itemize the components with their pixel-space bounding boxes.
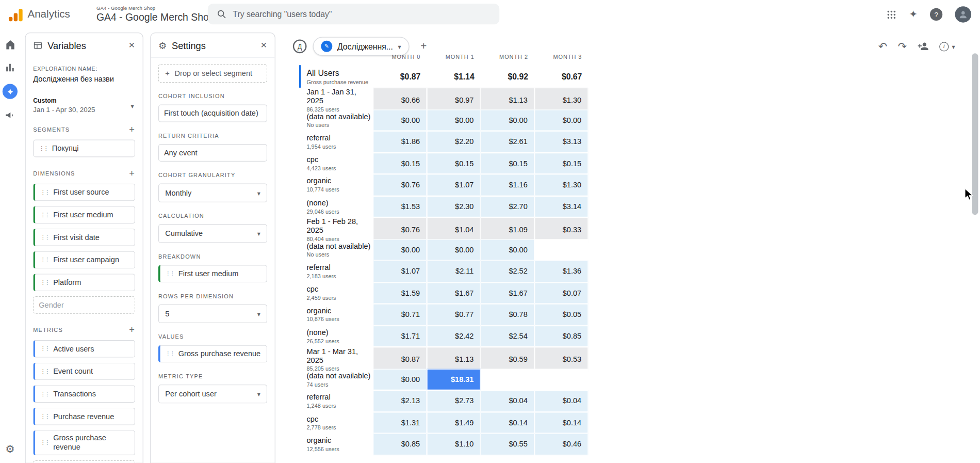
value-cell[interactable]: $0.85 bbox=[534, 325, 588, 347]
value-cell[interactable]: $3.14 bbox=[534, 196, 588, 217]
value-cell[interactable]: $1.49 bbox=[427, 412, 480, 434]
add-metric-button[interactable]: + bbox=[129, 324, 135, 335]
variable-chip[interactable]: ⋮⋮ Platform bbox=[33, 274, 135, 291]
metric-placeholder-chip[interactable] bbox=[33, 460, 135, 463]
info-button[interactable]: i ▾ bbox=[939, 42, 955, 51]
value-cell[interactable]: $0.00 bbox=[481, 109, 534, 131]
value-cell[interactable]: $2.11 bbox=[427, 261, 480, 282]
redo-icon[interactable]: ↷ bbox=[898, 40, 907, 53]
value-cell[interactable]: $1.10 bbox=[427, 434, 480, 455]
value-cell[interactable]: $0.04 bbox=[534, 390, 588, 412]
value-cell[interactable]: $0.76 bbox=[373, 174, 427, 196]
value-cell[interactable]: $1.86 bbox=[373, 131, 427, 153]
value-cell[interactable]: $1.59 bbox=[373, 282, 427, 304]
variable-chip[interactable]: ⋮⋮ Active users bbox=[33, 340, 135, 358]
value-cell[interactable]: $18.31 bbox=[427, 369, 480, 390]
table-row[interactable]: organic 10,774 users $0.76 $1.07 $1.16 $… bbox=[299, 174, 589, 196]
variable-chip[interactable]: ⋮⋮ First user source bbox=[33, 183, 135, 201]
nav-reports-icon[interactable] bbox=[3, 61, 17, 75]
value-cell[interactable]: $0.15 bbox=[534, 152, 588, 174]
table-row[interactable]: referral 1,248 users $2.13 $2.73 $0.04 $… bbox=[299, 390, 589, 412]
variable-chip[interactable]: ⋮⋮ Event count bbox=[33, 363, 135, 380]
table-row[interactable]: Jan 1 - Jan 31, 2025 86,325 users $0.66 … bbox=[299, 88, 589, 109]
value-cell[interactable]: $1.71 bbox=[373, 325, 427, 347]
user-avatar[interactable] bbox=[955, 6, 971, 23]
value-cell[interactable]: $0.00 bbox=[427, 239, 480, 261]
value-cell[interactable]: $0.00 bbox=[373, 239, 427, 261]
value-cell[interactable]: $0.05 bbox=[534, 304, 588, 325]
value-cell[interactable]: $1.53 bbox=[373, 196, 427, 217]
value-cell[interactable]: $2.70 bbox=[481, 196, 534, 217]
calculation-select[interactable]: Cumulative ▾ bbox=[158, 224, 267, 243]
table-row[interactable]: Feb 1 - Feb 28, 2025 80,404 users $0.76 … bbox=[299, 217, 589, 239]
value-cell[interactable]: $0.04 bbox=[481, 390, 534, 412]
value-cell[interactable]: $0.85 bbox=[373, 434, 427, 455]
value-cell[interactable]: $0.78 bbox=[481, 304, 534, 325]
table-row[interactable]: cpc 2,459 users $1.59 $1.67 $1.67 $0.07 bbox=[299, 282, 589, 304]
table-row[interactable]: cpc 2,778 users $1.31 $1.49 $0.14 $0.14 bbox=[299, 412, 589, 434]
return-criteria-chip[interactable]: Any event bbox=[158, 144, 267, 162]
apps-grid-icon[interactable] bbox=[886, 9, 897, 20]
value-cell[interactable]: $0.07 bbox=[534, 282, 588, 304]
value-cell[interactable]: $2.20 bbox=[427, 131, 480, 153]
value-cell[interactable]: $0.67 bbox=[534, 65, 588, 88]
add-dimension-button[interactable]: + bbox=[129, 168, 135, 179]
table-row[interactable]: organic 12,556 users $0.85 $1.10 $0.55 $… bbox=[299, 434, 589, 455]
value-cell[interactable]: $0.00 bbox=[427, 109, 480, 131]
exploration-name-value[interactable]: Дослідження без назви bbox=[33, 74, 135, 83]
value-cell[interactable]: $1.07 bbox=[373, 261, 427, 282]
value-cell[interactable]: $0.00 bbox=[373, 369, 427, 390]
share-person-add-icon[interactable] bbox=[918, 41, 929, 52]
dimension-placeholder-chip[interactable]: Gender bbox=[33, 296, 135, 314]
table-row[interactable]: (data not available) No users $0.00 $0.0… bbox=[299, 239, 589, 261]
value-cell[interactable]: $1.16 bbox=[481, 174, 534, 196]
rows-per-dimension-select[interactable]: 5 ▾ bbox=[158, 305, 267, 323]
value-cell[interactable]: $2.52 bbox=[481, 261, 534, 282]
value-cell[interactable]: $0.00 bbox=[373, 109, 427, 131]
search-input[interactable] bbox=[233, 9, 491, 19]
value-cell[interactable]: $2.30 bbox=[427, 196, 480, 217]
add-segment-button[interactable]: + bbox=[129, 124, 135, 135]
table-row[interactable]: (data not available) No users $0.00 $0.0… bbox=[299, 109, 589, 131]
search-bar[interactable] bbox=[208, 4, 499, 24]
table-row[interactable]: referral 2,183 users $1.07 $2.11 $2.52 $… bbox=[299, 261, 589, 282]
value-cell[interactable]: $3.13 bbox=[534, 131, 588, 153]
value-cell[interactable] bbox=[534, 239, 588, 261]
table-row[interactable]: (none) 29,046 users $1.53 $2.30 $2.70 $3… bbox=[299, 196, 589, 217]
segment-chip[interactable]: ⋮⋮ Покупці bbox=[33, 140, 135, 157]
value-cell[interactable]: $1.36 bbox=[534, 261, 588, 282]
variable-chip[interactable]: ⋮⋮ Purchase revenue bbox=[33, 408, 135, 425]
table-row[interactable]: Mar 1 - Mar 31, 2025 85,205 users $0.87 … bbox=[299, 347, 589, 369]
account-switcher[interactable]: GA4 - Google Merch Shop GA4 - Google Mer… bbox=[96, 6, 215, 23]
value-cell[interactable]: $0.87 bbox=[373, 65, 427, 88]
cohort-inclusion-chip[interactable]: First touch (acquisition date) bbox=[158, 105, 267, 122]
value-cell[interactable]: $1.07 bbox=[427, 174, 480, 196]
value-cell[interactable]: $0.55 bbox=[481, 434, 534, 455]
value-cell[interactable]: $1.31 bbox=[373, 412, 427, 434]
values-chip[interactable]: ⋮⋮ Gross purchase revenue bbox=[158, 345, 267, 363]
value-cell[interactable]: $0.14 bbox=[534, 412, 588, 434]
variable-chip[interactable]: ⋮⋮ First visit date bbox=[33, 229, 135, 246]
value-cell[interactable] bbox=[534, 369, 588, 390]
table-row[interactable]: organic 10,876 users $0.71 $0.77 $0.78 $… bbox=[299, 304, 589, 325]
table-row[interactable]: referral 1,954 users $1.86 $2.20 $2.61 $… bbox=[299, 131, 589, 153]
value-cell[interactable]: $1.67 bbox=[481, 282, 534, 304]
cohort-granularity-select[interactable]: Monthly ▾ bbox=[158, 183, 267, 202]
insights-sparkle-icon[interactable]: ✦ bbox=[909, 9, 917, 19]
nav-explore-icon[interactable] bbox=[3, 84, 18, 99]
help-button[interactable]: ? bbox=[930, 8, 942, 21]
segment-drop-target[interactable]: + Drop or select segment bbox=[158, 64, 267, 83]
value-cell[interactable]: $1.30 bbox=[534, 174, 588, 196]
value-cell[interactable]: $2.73 bbox=[427, 390, 480, 412]
value-cell[interactable]: $0.00 bbox=[481, 239, 534, 261]
value-cell[interactable]: $0.15 bbox=[481, 152, 534, 174]
value-cell[interactable]: $0.14 bbox=[481, 412, 534, 434]
value-cell[interactable]: $0.15 bbox=[427, 152, 480, 174]
value-cell[interactable]: $0.46 bbox=[534, 434, 588, 455]
undo-icon[interactable]: ↶ bbox=[878, 40, 887, 53]
value-cell[interactable]: $0.71 bbox=[373, 304, 427, 325]
table-row[interactable]: cpc 4,423 users $0.15 $0.15 $0.15 $0.15 bbox=[299, 152, 589, 174]
value-cell[interactable] bbox=[481, 369, 534, 390]
metric-type-select[interactable]: Per cohort user ▾ bbox=[158, 385, 267, 403]
value-cell[interactable]: $2.13 bbox=[373, 390, 427, 412]
